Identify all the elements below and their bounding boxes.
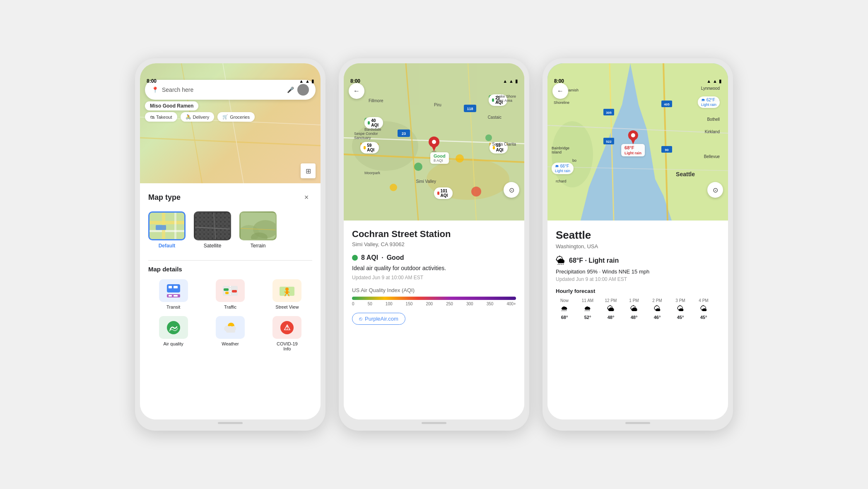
station-name: Cochran Street Station xyxy=(352,229,516,240)
svg-marker-67 xyxy=(432,146,436,151)
hourly-time-1: 11 AM xyxy=(582,298,593,303)
close-button[interactable]: × xyxy=(301,192,312,203)
wifi-icon-2: ▲ xyxy=(509,79,514,84)
map-label-bardsdale: Bardsdale xyxy=(364,127,381,132)
svg-rect-32 xyxy=(225,292,229,294)
aqi-description: Ideal air quality for outdoor activities… xyxy=(352,265,516,271)
map-label-condorSanct: Sespe CondorSanctuary xyxy=(354,132,378,140)
svg-marker-86 xyxy=(631,139,636,144)
filter-chips: 🛍 Takeout 🚴 Delivery 🛒 Groceries xyxy=(145,112,316,122)
phone-2-status-icons: ▲ ▲ ▮ xyxy=(503,79,518,84)
signal-icon-3: ▲ xyxy=(706,79,711,84)
delivery-icon: 🚴 xyxy=(186,114,191,120)
svg-point-62 xyxy=(471,187,481,197)
delivery-chip[interactable]: 🚴 Delivery xyxy=(181,112,215,122)
map-type-satellite[interactable]: Satellite xyxy=(194,211,231,249)
weather-condition: Light rain xyxy=(588,257,619,264)
map-label-santaClarita: Santa Clarita xyxy=(492,142,516,146)
svg-point-61 xyxy=(456,154,464,163)
wifi-icon: ▲ xyxy=(305,79,310,84)
svg-text:⚠: ⚠ xyxy=(284,324,291,332)
covid-label: COVID-19 Info xyxy=(277,341,298,351)
aqi-label-100: 100 xyxy=(386,302,393,306)
locate-button-2[interactable]: ⊙ xyxy=(504,182,519,198)
signal-icon: ▲ xyxy=(299,79,304,84)
detail-weather[interactable]: Weather xyxy=(205,316,255,351)
svg-text:118: 118 xyxy=(467,107,473,111)
svg-rect-25 xyxy=(174,286,178,288)
hourly-time-4: 2 PM xyxy=(652,298,662,303)
aqi-info-row: 8 AQI · Good xyxy=(352,254,516,261)
aqi-separator: · xyxy=(381,254,383,261)
map-type-terrain[interactable]: Terrain xyxy=(239,211,277,249)
aqi-updated: Updated Jun 9 at 10:00 AM EST xyxy=(352,275,516,280)
city-region: Washington, USA xyxy=(556,243,720,249)
satellite-thumb xyxy=(194,211,231,240)
hourly-item-11am: 11 AM 🌧 52° xyxy=(579,298,596,320)
locate-icon-3: ⊙ xyxy=(713,186,718,194)
weather-badge-66: 🌧 66°F Light rain xyxy=(552,163,574,174)
divider-1 xyxy=(148,260,312,261)
pin-svg-aqi xyxy=(428,136,440,152)
terrain-thumb xyxy=(239,211,277,240)
locate-button-3[interactable]: ⊙ xyxy=(707,182,723,198)
label-rchard: rchard xyxy=(556,179,567,183)
satellite-thumb-svg xyxy=(195,213,231,240)
phone-3-status-bar: 8:00 ▲ ▲ ▮ xyxy=(547,75,728,86)
layers-button[interactable]: ⊞ xyxy=(301,163,316,178)
svg-point-72 xyxy=(552,121,593,187)
svg-rect-26 xyxy=(169,295,172,297)
detail-covid[interactable]: ⚠ COVID-19 Info xyxy=(262,316,312,351)
svg-rect-22 xyxy=(167,284,180,292)
svg-rect-4 xyxy=(149,213,186,240)
weather-temp: 68°F xyxy=(569,257,583,264)
hourly-item-3pm: 3 PM 🌤 45° xyxy=(672,298,689,320)
groceries-chip[interactable]: 🛒 Groceries xyxy=(217,112,255,122)
svg-rect-30 xyxy=(224,288,229,291)
locate-icon-2: ⊙ xyxy=(509,186,514,194)
svg-text:90: 90 xyxy=(665,148,669,152)
traffic-icon-bg xyxy=(216,279,245,302)
detail-streetview[interactable]: Street View xyxy=(262,279,312,309)
streetview-label: Street View xyxy=(275,304,299,309)
streetview-icon-svg xyxy=(279,283,295,299)
hourly-temp-5: 45° xyxy=(677,315,684,320)
hourly-temp-0: 68° xyxy=(561,315,568,320)
aqi-label-400: 400+ xyxy=(506,302,516,306)
airquality-label: Air quality xyxy=(164,341,183,346)
map-type-default[interactable]: Default xyxy=(148,211,186,249)
svg-point-60 xyxy=(414,163,422,171)
weather-icon-bg xyxy=(216,316,245,339)
label-bainbridge: BainbridgeIsland xyxy=(552,146,569,154)
takeout-chip[interactable]: 🛍 Takeout xyxy=(145,112,177,122)
badge-62-cond: Light rain xyxy=(701,103,716,107)
place-name-chip: Miso Good Ramen xyxy=(145,101,198,110)
delivery-label: Delivery xyxy=(193,115,210,120)
hourly-item-12pm: 12 PM 🌥 48° xyxy=(602,298,620,320)
detail-transit[interactable]: Transit xyxy=(148,279,198,309)
battery-icon-2: ▮ xyxy=(515,79,518,84)
hourly-time-3: 1 PM xyxy=(629,298,639,303)
detail-airquality[interactable]: Air quality xyxy=(148,316,198,351)
satellite-label: Satellite xyxy=(204,243,222,249)
groceries-label: Groceries xyxy=(230,115,250,120)
phone-1-inner: 8:00 ▲ ▲ ▮ 📍 Search h xyxy=(140,63,321,419)
svg-line-0 xyxy=(140,138,321,146)
groceries-icon: 🛒 xyxy=(222,114,228,120)
purpleair-link[interactable]: ⎋ PurpleAir.com xyxy=(352,313,405,325)
svg-point-87 xyxy=(631,133,635,137)
map-label-castalic: Castaic xyxy=(488,115,502,120)
aqi-quality-text: Good xyxy=(387,254,404,261)
label-bothell: Bothell xyxy=(707,117,720,122)
svg-text:405: 405 xyxy=(664,103,670,106)
default-thumb xyxy=(148,211,186,240)
hourly-temp-3: 48° xyxy=(631,315,638,320)
detail-traffic[interactable]: Traffic xyxy=(205,279,255,309)
label-lynnwood: Lynnwood xyxy=(701,86,720,91)
aqi-40-value: 40 AQI xyxy=(371,118,380,127)
station-address: Simi Valley, CA 93062 xyxy=(352,241,516,247)
hourly-time-5: 3 PM xyxy=(675,298,685,303)
streetview-icon-bg xyxy=(272,279,301,302)
map-label-fillmore: Fillmore xyxy=(369,98,383,103)
map-label-lakeshore: Lake ShoreRec Area xyxy=(497,94,516,103)
